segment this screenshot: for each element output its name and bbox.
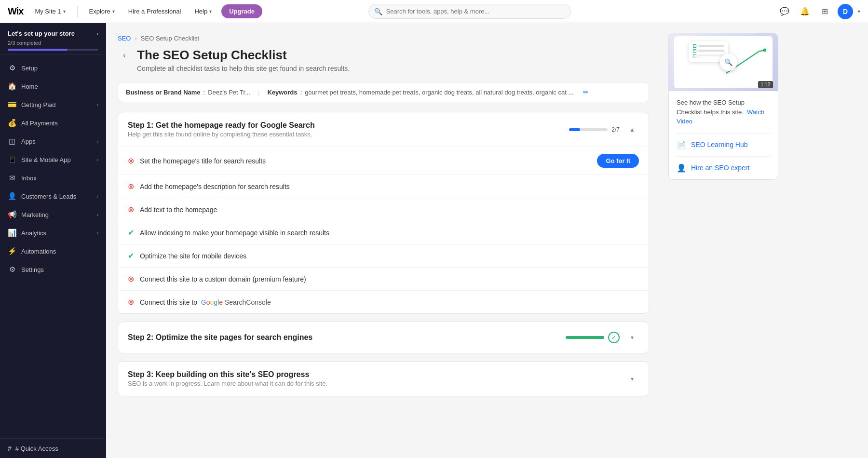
user-avatar[interactable]: D [838, 4, 853, 19]
hire-seo-expert-link[interactable]: 👤 Hire an SEO expert [677, 156, 770, 179]
task-error-icon: ⊗ [128, 205, 134, 214]
content-area: SEO › SEO Setup Checklist ‹ The SEO Setu… [106, 23, 661, 458]
task-row: ⊗ Connect this site to Google SearchCons… [118, 291, 649, 313]
setup-icon: ⚙ [8, 64, 16, 72]
setup-chevron: › [96, 31, 98, 37]
business-label: Business or Brand Name [126, 89, 201, 96]
step1-header[interactable]: Step 1: Get the homepage ready for Googl… [118, 112, 649, 147]
sidebar-item-apps[interactable]: ◫ Apps › [0, 132, 106, 150]
hire-professional-link[interactable]: Hire a Professional [124, 6, 185, 17]
go-for-it-button[interactable]: Go for It [597, 154, 639, 168]
task-row: ⊗ Set the homepage's title for search re… [118, 147, 649, 175]
step2-header[interactable]: Step 2: Optimize the site pages for sear… [118, 322, 649, 353]
inbox-icon: ✉ [8, 174, 16, 182]
help-link[interactable]: Help ▾ [190, 6, 216, 17]
sidebar-footer: # # Quick Access [0, 438, 106, 458]
seo-hub-icon: 📄 [677, 140, 686, 149]
upgrade-button[interactable]: Upgrade [221, 4, 262, 18]
step2-card: Step 2: Optimize the site pages for sear… [118, 322, 649, 353]
sidebar-item-label: Settings [21, 266, 98, 273]
site-selector[interactable]: My Site 1 ▾ [31, 6, 69, 17]
task-row: ✔ Allow indexing to make your homepage v… [118, 221, 649, 244]
search-input[interactable] [368, 4, 571, 19]
google-logo: Google SearchConsole [201, 298, 271, 306]
explore-chevron: ▾ [112, 9, 115, 14]
right-panel-card: ✓ ✓ [668, 33, 778, 180]
task-google-search-console: Connect this site to Google SearchConsol… [140, 298, 639, 306]
back-button[interactable]: ‹ [118, 49, 131, 62]
sidebar-item-getting-paid[interactable]: 💳 Getting Paid › [0, 95, 106, 114]
avatar-chevron: ▾ [858, 9, 860, 14]
topnav: Wix My Site 1 ▾ Explore ▾ Hire a Profess… [0, 0, 868, 23]
chevron-icon: › [97, 139, 98, 144]
checklist-item [693, 54, 724, 57]
sidebar-item-analytics[interactable]: 📊 Analytics › [0, 224, 106, 242]
payments-icon: 💰 [8, 119, 16, 127]
step1-card: Step 1: Get the homepage ready for Googl… [118, 112, 649, 314]
sidebar-item-setup[interactable]: ⚙ Setup [0, 59, 106, 77]
check-box [693, 54, 696, 57]
dashboard-icon[interactable]: ⊞ [817, 4, 833, 19]
edit-info-icon[interactable]: ✏ [583, 88, 589, 96]
video-thumbnail[interactable]: ✓ ✓ [669, 33, 778, 91]
sidebar-item-settings[interactable]: ⚙ Settings [0, 260, 106, 279]
breadcrumb-seo-link[interactable]: SEO [118, 35, 131, 42]
sidebar-item-label: Home [21, 83, 98, 90]
right-panel-links: 📄 SEO Learning Hub 👤 Hire an SEO expert [669, 133, 778, 179]
step1-title-block: Step 1: Get the homepage ready for Googl… [128, 121, 315, 138]
step1-desc: Help get this site found online by compl… [128, 131, 315, 138]
notifications-icon[interactable]: 🔔 [797, 4, 813, 19]
chevron-icon: › [97, 194, 98, 199]
quick-access-hash: # [8, 445, 12, 452]
task-success-icon: ✔ [128, 228, 134, 237]
svg-point-0 [763, 48, 766, 52]
info-separator: | [258, 89, 259, 96]
step2-toggle[interactable]: ▾ [625, 331, 639, 344]
step1-right: 2/7 ▲ [569, 123, 639, 136]
sidebar-item-label: Automations [21, 248, 98, 255]
breadcrumb-current: SEO Setup Checklist [141, 35, 199, 42]
breadcrumb-separator: › [135, 35, 136, 42]
explore-link[interactable]: Explore ▾ [85, 6, 119, 17]
task-error-icon: ⊗ [128, 274, 134, 283]
progress-bar-fill [8, 49, 68, 51]
sidebar-item-home[interactable]: 🏠 Home [0, 77, 106, 95]
right-panel-body: See how the SEO Setup Checklist helps th… [669, 91, 778, 133]
sidebar-item-label: All Payments [21, 120, 98, 127]
sidebar-item-inbox[interactable]: ✉ Inbox [0, 169, 106, 187]
sidebar-item-marketing[interactable]: 📢 Marketing › [0, 205, 106, 224]
check-box: ✓ [693, 49, 696, 53]
sidebar-item-automations[interactable]: ⚡ Automations [0, 242, 106, 260]
task-error-icon: ⊗ [128, 182, 134, 191]
nav-divider-1 [77, 6, 78, 17]
check-mark: ✓ [693, 44, 695, 47]
sidebar-item-label: Getting Paid [21, 101, 92, 108]
sidebar-item-all-payments[interactable]: 💰 All Payments [0, 114, 106, 132]
task-row: ⊗ Add text to the homepage [118, 198, 649, 221]
video-search-overlay: 🔍 [720, 54, 737, 71]
step1-progress-text: 2/7 [611, 126, 620, 133]
chevron-icon: › [97, 157, 98, 162]
quick-access[interactable]: # # Quick Access [8, 445, 98, 452]
step1-title: Step 1: Get the homepage ready for Googl… [128, 121, 315, 130]
automations-icon: ⚡ [8, 247, 16, 256]
step1-progress-fill [569, 128, 580, 131]
topnav-right-icons: 💬 🔔 ⊞ D ▾ [777, 4, 860, 19]
page-title-block: The SEO Setup Checklist Complete all che… [137, 48, 350, 72]
step2-progress: ✓ [566, 332, 620, 343]
step1-toggle[interactable]: ▲ [625, 123, 639, 136]
step3-toggle[interactable]: ▾ [625, 372, 639, 386]
step3-header[interactable]: Step 3: Keep building on this site's SEO… [118, 362, 649, 396]
video-preview: ✓ ✓ [674, 36, 772, 88]
seo-learning-hub-link[interactable]: 📄 SEO Learning Hub [677, 133, 770, 156]
sidebar-item-site-mobile[interactable]: 📱 Site & Mobile App › [0, 150, 106, 169]
task-error-icon: ⊗ [128, 156, 134, 165]
sidebar-item-customers-leads[interactable]: 👤 Customers & Leads › [0, 187, 106, 205]
comments-icon[interactable]: 💬 [777, 4, 792, 19]
sidebar-item-label: Setup [21, 65, 98, 72]
task-label: Add the homepage's description for searc… [140, 183, 639, 190]
sidebar-header: Let's set up your store › 2/3 completed [0, 23, 106, 55]
site-name: My Site 1 [35, 8, 61, 15]
task-label: Allow indexing to make your homepage vis… [140, 229, 639, 237]
business-value: Deez's Pet Tr... [208, 89, 250, 96]
